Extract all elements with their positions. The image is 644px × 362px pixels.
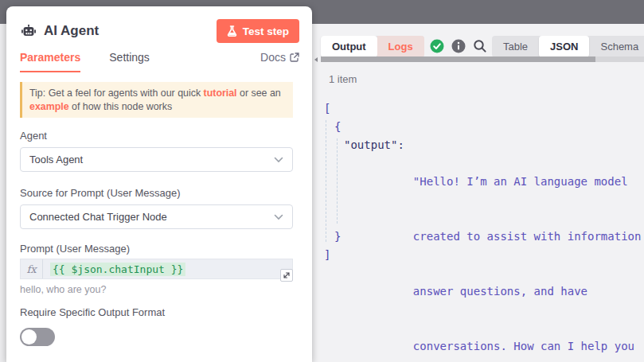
info-icon[interactable] bbox=[451, 39, 466, 53]
docs-link[interactable]: Docs bbox=[260, 51, 299, 64]
test-step-button[interactable]: Test step bbox=[217, 19, 299, 43]
json-bracket-close: ] bbox=[324, 246, 330, 264]
chevron-down-icon bbox=[274, 214, 283, 220]
json-value-line: created to assist with information bbox=[413, 228, 642, 246]
json-key: "output": bbox=[344, 136, 404, 154]
success-check-icon bbox=[430, 39, 444, 53]
format-switch: Table JSON Schema bbox=[492, 36, 644, 57]
prompt-field-label: Prompt (User Message) bbox=[20, 243, 130, 255]
tab-logs[interactable]: Logs bbox=[377, 36, 424, 57]
json-bracket-open: [ bbox=[324, 99, 330, 118]
scrollbar-thumb[interactable] bbox=[321, 56, 595, 62]
output-logs-switch: Output Logs bbox=[321, 36, 424, 57]
indent-guide bbox=[337, 138, 338, 224]
tab-output[interactable]: Output bbox=[321, 36, 377, 57]
test-step-label: Test step bbox=[243, 25, 289, 37]
tip-text: of how this node works bbox=[69, 101, 172, 112]
search-icon[interactable] bbox=[473, 39, 487, 53]
node-tabs: Parameters Settings Docs bbox=[20, 51, 299, 72]
horizontal-scrollbar[interactable] bbox=[314, 56, 644, 63]
tab-table[interactable]: Table bbox=[492, 36, 539, 57]
json-brace-open: { bbox=[334, 118, 341, 136]
node-settings-card: AI Agent Test step Parameters Settings D… bbox=[6, 6, 312, 362]
prompt-source-select[interactable]: Connected Chat Trigger Node bbox=[20, 204, 293, 229]
tip-text: Tip: Get a feel for agents with our quic… bbox=[29, 88, 204, 99]
json-value-line: conversations. How can I help you bbox=[413, 337, 642, 356]
output-format-label: Require Specific Output Format bbox=[20, 306, 165, 318]
tutorial-link[interactable]: tutorial bbox=[204, 88, 237, 99]
tab-settings[interactable]: Settings bbox=[109, 51, 150, 71]
chevron-down-icon bbox=[274, 157, 283, 163]
item-count: 1 item bbox=[329, 73, 357, 85]
agent-field-label: Agent bbox=[20, 130, 47, 142]
fx-badge: fx bbox=[21, 259, 43, 278]
flask-icon bbox=[227, 25, 237, 37]
source-field-label: Source for Prompt (User Message) bbox=[20, 187, 181, 199]
scrollbar-track[interactable] bbox=[321, 56, 644, 62]
tip-text: or see an bbox=[237, 88, 281, 99]
json-brace-close: } bbox=[334, 228, 341, 246]
tab-schema[interactable]: Schema bbox=[589, 36, 644, 57]
json-value-line: answer questions, and have bbox=[413, 282, 642, 301]
tab-json[interactable]: JSON bbox=[539, 36, 589, 57]
scrollbar-left-arrow-icon[interactable] bbox=[314, 57, 318, 62]
tab-parameters[interactable]: Parameters bbox=[20, 51, 80, 72]
external-link-icon bbox=[290, 53, 299, 62]
json-value: "Hello! I’m an AI language model created… bbox=[413, 136, 642, 362]
json-output-entry: "output": "Hello! I’m an AI language mod… bbox=[344, 136, 641, 362]
agent-select[interactable]: Tools Agent bbox=[20, 147, 293, 172]
output-format-toggle[interactable] bbox=[20, 328, 55, 346]
output-header-icons bbox=[430, 39, 487, 53]
robot-icon bbox=[20, 22, 37, 40]
example-link[interactable]: example bbox=[29, 101, 69, 112]
expand-icon bbox=[283, 271, 291, 279]
prompt-source-value: Connected Chat Trigger Node bbox=[29, 211, 167, 223]
prompt-hint-text: hello, who are you? bbox=[20, 284, 106, 295]
node-header: AI Agent Test step bbox=[20, 18, 299, 45]
json-value-line: "Hello! I’m an AI language model bbox=[413, 173, 642, 191]
agent-select-value: Tools Agent bbox=[29, 154, 83, 165]
docs-label: Docs bbox=[260, 51, 286, 64]
output-panel: Output Logs Table JSON Schema 1 it bbox=[312, 24, 644, 362]
node-title: AI Agent bbox=[44, 23, 99, 39]
expand-expression-button[interactable] bbox=[280, 269, 293, 282]
toggle-knob bbox=[21, 329, 37, 344]
expression-value[interactable]: {{ $json.chatInput }} bbox=[50, 263, 185, 276]
screen: Output Logs Table JSON Schema 1 it bbox=[0, 0, 644, 362]
indent-guide bbox=[326, 120, 326, 242]
tip-callout: Tip: Get a feel for agents with our quic… bbox=[20, 82, 293, 118]
prompt-expression-field[interactable]: fx {{ $json.chatInput }} bbox=[20, 259, 293, 279]
